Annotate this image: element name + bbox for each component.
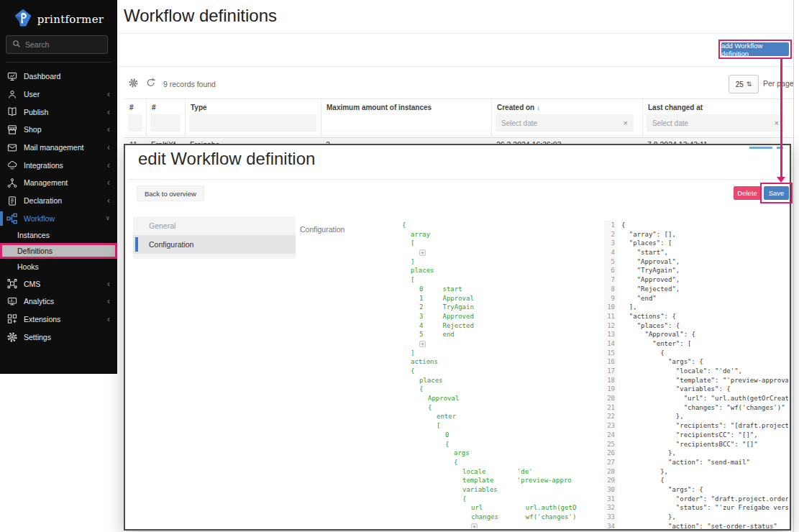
expand-plus-icon[interactable]: + <box>419 249 426 256</box>
back-to-overview-button[interactable]: Back to overview <box>137 185 204 201</box>
code-text: "TryAgain", <box>617 267 680 274</box>
filter-input[interactable] <box>189 114 316 132</box>
tree-node-row[interactable]: 4 Rejected <box>402 321 600 331</box>
sidebar-subitem-definitions[interactable]: Definitions <box>0 243 117 259</box>
expand-plus-icon[interactable]: + <box>471 523 478 528</box>
tree-node-row[interactable]: 1 Approval <box>402 294 600 303</box>
sidebar-item-dashboard[interactable]: Dashboard <box>0 68 117 86</box>
tree-expand-row[interactable]: + <box>402 522 600 528</box>
clipped-blue-link[interactable] <box>749 147 772 149</box>
tree-expand-row[interactable]: + <box>402 248 600 257</box>
clear-filter-x-icon[interactable]: × <box>775 119 779 127</box>
filter-input[interactable] <box>128 114 142 132</box>
line-number: 12 <box>604 321 617 331</box>
json-code-editor[interactable]: 1{2 "array": [],3 "places": [4 "start",5… <box>604 221 788 528</box>
tree-node-row[interactable]: { <box>402 458 600 467</box>
tree-node-row[interactable]: enter <box>402 412 600 421</box>
delete-button[interactable]: Delete <box>734 186 761 200</box>
tree-node-row[interactable]: ] <box>402 257 600 267</box>
tree-node-row[interactable]: actions <box>402 357 600 367</box>
date-filter-input[interactable]: Select date× <box>647 114 785 132</box>
analytics-icon <box>5 295 19 308</box>
save-button[interactable]: Save <box>764 186 789 200</box>
tree-node-row[interactable]: locale 'de' <box>402 467 600 477</box>
column-header-type[interactable]: Type <box>185 99 321 137</box>
sidebar-subitem-hooks[interactable]: Hooks <box>0 259 117 275</box>
date-filter-input[interactable]: Select date× <box>496 114 634 132</box>
clear-filter-x-icon[interactable]: × <box>624 119 628 127</box>
sidebar-item-extensions[interactable]: Extensions‹ <box>0 311 117 329</box>
settings-icon <box>5 331 19 343</box>
tree-node-row[interactable]: template 'preview-appro <box>402 476 600 485</box>
code-text: "status": "'zur Freigabe versend <box>617 504 788 511</box>
tree-node-row[interactable]: { <box>402 367 600 376</box>
tree-node-row[interactable]: 2 TryAgain <box>402 303 600 312</box>
sidebar-item-settings[interactable]: Settings <box>0 328 117 346</box>
tree-node-row[interactable]: [ <box>402 239 600 248</box>
tree-node-row[interactable]: [ <box>402 421 600 431</box>
column-header-last-changed-at[interactable]: Last changed atSelect date× <box>642 99 793 137</box>
brand-logo[interactable]: printformer <box>0 7 117 32</box>
tree-node-row[interactable]: { <box>402 440 600 449</box>
column-header-maximum-amount-of-instances[interactable]: Maximum amount of instances <box>321 99 491 137</box>
code-line: 5 "Approval", <box>604 257 788 267</box>
sidebar-subitem-instances[interactable]: Instances <box>0 227 117 243</box>
page-scrollbar[interactable] <box>793 0 799 532</box>
tree-node-row[interactable]: [ <box>402 275 600 285</box>
table-settings-gear-icon[interactable] <box>128 78 139 91</box>
date-filter-placeholder: Select date <box>652 119 688 127</box>
filter-input[interactable] <box>150 114 181 132</box>
chevron-left-icon: ‹ <box>107 280 110 288</box>
sidebar-item-publish[interactable]: Publish‹ <box>0 103 117 121</box>
tree-node-row[interactable]: { <box>402 495 600 504</box>
json-tree-editor[interactable]: {array[+]places[0 start1 Approval2 TryAg… <box>402 221 600 528</box>
refresh-icon[interactable] <box>146 78 156 91</box>
modal-tab-general[interactable]: General <box>133 216 296 235</box>
tree-node-row[interactable]: ] <box>402 349 600 358</box>
code-text: "locale": "'de'", <box>617 367 742 375</box>
tree-node-row[interactable]: { <box>402 385 600 394</box>
tree-node-row[interactable]: places <box>402 266 600 275</box>
tree-node-row[interactable]: Approval <box>402 394 600 403</box>
search-input[interactable]: Search <box>6 35 108 54</box>
code-text: "action": "set-order-status" <box>617 523 777 528</box>
sort-desc-arrow-icon[interactable]: ↓ <box>534 104 540 111</box>
sidebar-item-cms[interactable]: CMS‹ <box>0 275 117 293</box>
code-line: 26 }, <box>604 449 788 458</box>
tree-node-row[interactable]: 3 Approved <box>402 312 600 321</box>
tree-node-row[interactable]: 0 <box>402 431 600 440</box>
column-header-id-0[interactable]: # <box>124 99 146 137</box>
tree-node-row[interactable]: array <box>402 230 600 239</box>
publish-icon <box>5 106 19 118</box>
sidebar-item-analytics[interactable]: Analytics‹ <box>0 293 117 311</box>
modal-tab-configuration[interactable]: Configuration <box>133 235 296 254</box>
line-number: 8 <box>604 285 617 294</box>
sidebar-item-mail-management[interactable]: Mail management‹ <box>0 139 117 157</box>
sidebar-item-declaration[interactable]: Declaration‹ <box>0 192 117 210</box>
tree-node-row[interactable]: { <box>402 221 600 230</box>
expand-plus-icon[interactable]: + <box>419 341 426 347</box>
add-workflow-definition-button[interactable]: add Workflow definition <box>721 42 789 56</box>
per-page-select[interactable]: 25 ⇅ <box>729 75 759 93</box>
tree-node-row[interactable]: 5 end <box>402 330 600 339</box>
code-line: 16 "args": { <box>604 357 788 367</box>
tree-expand-row[interactable]: + <box>402 339 600 349</box>
sidebar-item-management[interactable]: Management‹ <box>0 174 117 192</box>
column-header-id-1[interactable]: # <box>146 99 185 137</box>
tree-node-row[interactable]: args <box>402 449 600 458</box>
code-line: 6 "TryAgain", <box>604 266 788 275</box>
tree-node-row[interactable]: variables <box>402 485 600 495</box>
tree-node-row[interactable]: url url.auth(getO <box>402 503 600 513</box>
sidebar-item-user[interactable]: User‹ <box>0 86 117 104</box>
sidebar-item-workflow[interactable]: Workflow∨ <box>0 210 117 228</box>
column-header-created-on[interactable]: Created on ↓Select date× <box>491 99 642 137</box>
tree-node-row[interactable]: changes wf('changes') <box>402 513 600 522</box>
sidebar-item-label: Integrations <box>24 161 63 170</box>
tree-node-row[interactable]: { <box>402 403 600 413</box>
sidebar-item-shop[interactable]: Shop‹ <box>0 121 117 139</box>
code-text: { <box>617 221 625 229</box>
chevron-left-icon: ‹ <box>107 315 110 324</box>
tree-node-row[interactable]: places <box>402 376 600 385</box>
tree-node-row[interactable]: 0 start <box>402 285 600 294</box>
sidebar-item-integrations[interactable]: Integrations‹ <box>0 156 117 174</box>
